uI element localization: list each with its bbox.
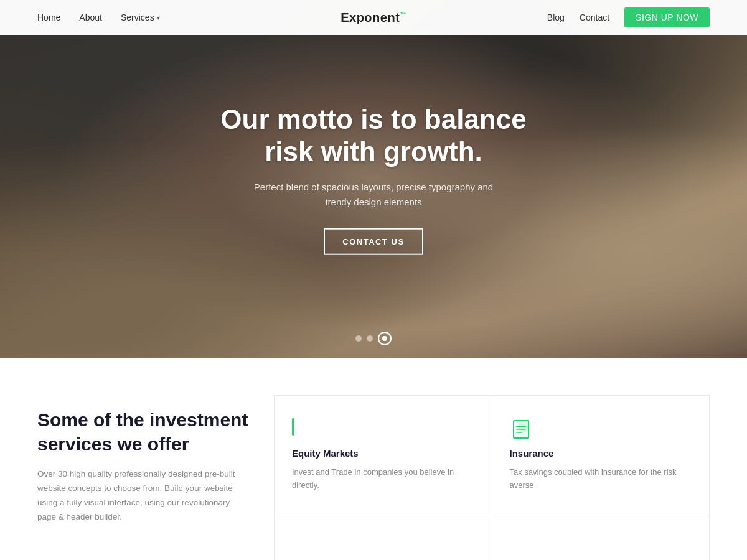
nav-contact[interactable]: Contact: [580, 12, 609, 22]
nav-services[interactable]: Services ▾: [121, 12, 160, 22]
insurance-icon: [510, 418, 532, 441]
site-logo[interactable]: Exponent™: [341, 11, 406, 25]
signup-button[interactable]: SIGN UP NOW: [624, 7, 710, 27]
card-equity-title: Equity Markets: [292, 448, 474, 459]
hero-content: Our motto is to balance risk with growth…: [187, 103, 560, 255]
services-description: Over 30 high quality professionally desi…: [37, 467, 249, 525]
nav-home[interactable]: Home: [37, 12, 60, 22]
nav-left: Home About Services ▾: [37, 12, 160, 22]
carousel-dot-3[interactable]: [378, 332, 392, 345]
carousel-dot-1[interactable]: [355, 335, 362, 342]
services-section: Some of the investment services we offer…: [0, 358, 747, 560]
services-intro: Some of the investment services we offer…: [37, 395, 274, 560]
nav-blog[interactable]: Blog: [547, 12, 565, 22]
card-empty-1: [275, 515, 492, 560]
hero-subtitle: Perfect blend of spacious layouts, preci…: [187, 180, 560, 210]
nav-about[interactable]: About: [79, 12, 102, 22]
nav-right: Blog Contact SIGN UP NOW: [547, 7, 710, 27]
card-insurance-title: Insurance: [510, 448, 692, 459]
card-empty-2: [492, 515, 710, 560]
card-equity-desc: Invest and Trade in companies you believ…: [292, 466, 474, 492]
carousel-dots: [355, 332, 392, 345]
card-equity-markets: Equity Markets Invest and Trade in compa…: [275, 396, 492, 515]
card-insurance-desc: Tax savings coupled with insurance for t…: [510, 466, 692, 492]
card-insurance: Insurance Tax savings coupled with insur…: [492, 396, 710, 515]
equity-icon: [292, 418, 314, 441]
services-cards-grid: Equity Markets Invest and Trade in compa…: [274, 395, 710, 560]
services-heading: Some of the investment services we offer: [37, 408, 249, 456]
chevron-down-icon: ▾: [157, 14, 160, 21]
hero-title: Our motto is to balance risk with growth…: [187, 103, 560, 169]
hero-section: Our motto is to balance risk with growth…: [0, 0, 747, 358]
carousel-dot-2[interactable]: [367, 335, 373, 342]
hero-cta-button[interactable]: CONTACT US: [324, 228, 423, 255]
navbar: Home About Services ▾ Exponent™ Blog Con…: [0, 0, 747, 35]
